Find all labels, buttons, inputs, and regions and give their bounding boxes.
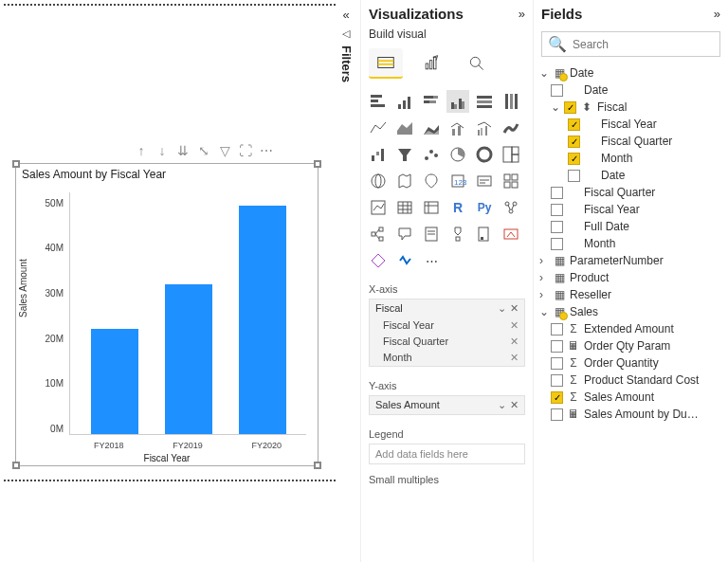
drill-down-icon[interactable]: ↓ xyxy=(154,142,171,159)
field-month2[interactable]: Month xyxy=(537,235,724,252)
funnel-icon[interactable] xyxy=(393,143,416,166)
goals-icon[interactable] xyxy=(446,223,469,245)
stacked-bar-icon[interactable] xyxy=(367,90,390,113)
kpi-icon[interactable] xyxy=(367,196,390,219)
share-up-icon[interactable]: ↑ xyxy=(133,142,150,159)
gauge-icon[interactable]: 123 xyxy=(446,170,469,192)
line-column-icon[interactable] xyxy=(446,117,469,139)
svg-rect-47 xyxy=(512,154,519,162)
drill-all-icon[interactable]: ⇊ xyxy=(174,142,191,159)
line-chart-icon[interactable] xyxy=(367,117,390,139)
ribbon-chart-icon[interactable] xyxy=(500,117,522,139)
field-fulldate[interactable]: Full Date xyxy=(537,218,724,235)
bar-chart-visual[interactable]: Sales Amount by Fiscal Year Sales Amount… xyxy=(15,163,318,466)
decomposition-icon[interactable] xyxy=(367,223,390,245)
clustered-column-icon[interactable] xyxy=(446,90,469,113)
svg-rect-36 xyxy=(372,155,374,161)
y-tick: 50M xyxy=(46,197,64,208)
paginated-icon[interactable] xyxy=(473,223,496,245)
field-date-leaf[interactable]: Date xyxy=(537,167,724,184)
remove-icon[interactable]: ✕ xyxy=(510,319,519,332)
field-sabd[interactable]: 🖩Sales Amount by Du… xyxy=(537,406,724,423)
field-oqp[interactable]: 🖩Order Qty Param xyxy=(537,337,724,354)
filled-map-icon[interactable] xyxy=(393,170,416,192)
resize-handle[interactable] xyxy=(314,160,321,168)
field-oq[interactable]: ΣOrder Quantity xyxy=(537,354,724,372)
qa-visual-icon[interactable] xyxy=(393,223,416,245)
table-date[interactable]: ⌄▦Date xyxy=(537,64,724,82)
matrix-icon[interactable] xyxy=(420,196,443,219)
svg-rect-33 xyxy=(478,130,480,136)
format-visual-tab[interactable] xyxy=(414,48,448,79)
remove-icon[interactable]: ✕ xyxy=(510,352,519,364)
clustered-bar-icon[interactable] xyxy=(393,90,416,113)
ellipsis-icon[interactable]: ⋯ xyxy=(420,249,443,272)
field-ext[interactable]: ΣExtended Amount xyxy=(537,320,724,337)
donut-icon[interactable] xyxy=(473,143,496,166)
chevron-down-icon[interactable]: ⌄ xyxy=(498,302,506,315)
svg-rect-81 xyxy=(456,237,460,241)
field-month[interactable]: ✓Month xyxy=(537,150,724,167)
more-visuals-icon[interactable] xyxy=(393,249,416,272)
power-automate-icon[interactable] xyxy=(367,249,390,272)
build-visual-tab[interactable] xyxy=(369,48,403,79)
resize-handle[interactable] xyxy=(12,160,20,168)
field-fq[interactable]: Fiscal Quarter xyxy=(537,184,724,201)
remove-icon[interactable]: ✕ xyxy=(510,399,519,411)
svg-rect-14 xyxy=(424,96,433,99)
more-icon[interactable]: ⋯ xyxy=(258,142,275,159)
table-product[interactable]: ›▦Product xyxy=(537,269,724,286)
stacked-column-icon[interactable] xyxy=(420,90,443,113)
map-icon[interactable] xyxy=(367,170,390,192)
search-input[interactable] xyxy=(573,38,715,51)
power-apps-icon[interactable] xyxy=(500,223,522,245)
key-influencers-icon[interactable] xyxy=(500,196,522,219)
table-icon[interactable] xyxy=(393,196,416,219)
expand-filters-icon[interactable]: « xyxy=(342,8,349,22)
bar[interactable] xyxy=(239,206,286,434)
focus-icon[interactable]: ⛶ xyxy=(237,142,254,159)
legend-well[interactable]: Add data fields here xyxy=(369,444,525,464)
table-reseller[interactable]: ›▦Reseller xyxy=(537,286,724,303)
field-sales-amount[interactable]: ✓ΣSales Amount xyxy=(537,389,724,406)
pie-icon[interactable] xyxy=(446,143,469,166)
narrative-icon[interactable] xyxy=(420,223,443,245)
card-icon[interactable] xyxy=(473,170,496,192)
remove-icon[interactable]: ✕ xyxy=(510,335,519,348)
remove-icon[interactable]: ✕ xyxy=(510,302,519,315)
chevron-down-icon[interactable]: ⌄ xyxy=(498,399,506,411)
hierarchy-fiscal[interactable]: ⌄✓⬍Fiscal xyxy=(537,99,724,116)
waterfall-icon[interactable] xyxy=(367,143,390,166)
field-psc[interactable]: ΣProduct Standard Cost xyxy=(537,372,724,389)
line-clustered-icon[interactable] xyxy=(473,117,496,139)
stacked-area-icon[interactable] xyxy=(420,117,443,139)
expand-icon[interactable]: ⤡ xyxy=(195,142,212,159)
field-fy[interactable]: Fiscal Year xyxy=(537,201,724,218)
scatter-icon[interactable] xyxy=(420,143,443,166)
field-date[interactable]: Date xyxy=(537,82,724,99)
shape-map-icon[interactable] xyxy=(420,170,443,192)
bar[interactable] xyxy=(91,329,138,434)
filter-icon[interactable]: ▽ xyxy=(216,142,233,159)
yaxis-well[interactable]: Sales Amount ⌄✕ xyxy=(369,395,525,415)
analytics-tab[interactable] xyxy=(460,48,494,79)
xaxis-well[interactable]: Fiscal ⌄✕ Fiscal Year✕ Fiscal Quarter✕ M… xyxy=(369,299,525,367)
filters-label[interactable]: Filters xyxy=(339,45,354,82)
bar[interactable] xyxy=(165,284,212,434)
python-visual-icon[interactable]: Py xyxy=(473,196,496,219)
field-fiscal-quarter[interactable]: ✓Fiscal Quarter xyxy=(537,133,724,150)
field-fiscal-year[interactable]: ✓Fiscal Year xyxy=(537,116,724,133)
treemap-icon[interactable] xyxy=(500,143,522,166)
hundred-column-icon[interactable] xyxy=(500,90,522,113)
collapse-viz-icon[interactable]: » xyxy=(519,7,525,21)
svg-rect-83 xyxy=(481,237,483,240)
multi-card-icon[interactable] xyxy=(500,170,522,192)
fields-search[interactable]: 🔍 xyxy=(541,31,720,57)
table-param[interactable]: ›▦ParameterNumber xyxy=(537,252,724,269)
hundred-bar-icon[interactable] xyxy=(473,90,496,113)
collapse-fields-icon[interactable]: » xyxy=(714,7,720,21)
svg-rect-65 xyxy=(425,202,438,213)
area-chart-icon[interactable] xyxy=(393,117,416,139)
table-sales[interactable]: ⌄▦Sales xyxy=(537,303,724,320)
r-visual-icon[interactable]: R xyxy=(446,196,469,219)
